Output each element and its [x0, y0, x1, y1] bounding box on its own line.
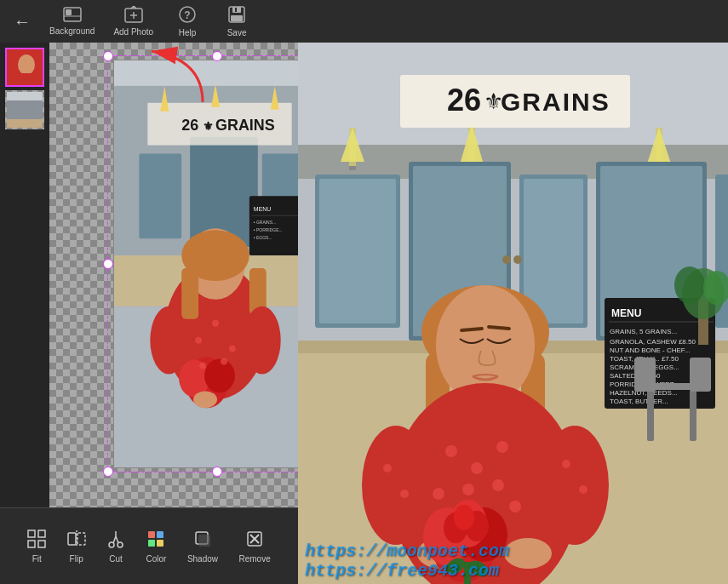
svg-rect-70	[157, 540, 163, 547]
flip-icon	[67, 530, 86, 551]
svg-point-100	[513, 255, 522, 264]
svg-rect-72	[198, 535, 210, 547]
add-photo-label: Add Photo	[113, 27, 153, 37]
fit-button[interactable]: Fit	[22, 526, 51, 567]
background-button[interactable]: Background	[43, 3, 101, 39]
svg-point-122	[674, 266, 705, 304]
svg-point-135	[462, 484, 474, 495]
svg-point-136	[492, 479, 504, 491]
svg-rect-11	[235, 8, 237, 12]
canvas-area[interactable]: 26 ⚜ GRAINS	[49, 43, 298, 584]
svg-text:GRANOLA, CASHEW £8.50: GRANOLA, CASHEW £8.50	[610, 338, 696, 346]
svg-point-39	[229, 346, 236, 352]
add-photo-button[interactable]: Add Photo	[106, 3, 160, 40]
color-button[interactable]: Color	[141, 526, 172, 567]
svg-rect-15	[7, 92, 44, 100]
svg-point-132	[445, 445, 457, 457]
svg-text:26: 26	[181, 117, 198, 134]
back-arrow-icon: ←	[14, 12, 31, 31]
svg-point-143	[383, 464, 392, 472]
background-label: Background	[49, 26, 95, 36]
svg-text:• GRAINS...: • GRAINS...	[254, 220, 276, 225]
svg-point-134	[496, 441, 508, 453]
svg-line-65	[116, 536, 118, 543]
handle-top-middle[interactable]	[212, 51, 222, 61]
handle-left-middle[interactable]	[103, 259, 113, 269]
svg-rect-16	[7, 100, 44, 119]
original-photo-panel: 26 ⚜ GRAINS MENU GRAINS, 5 GRAI	[298, 43, 728, 584]
svg-text:• EGGS...: • EGGS...	[254, 236, 272, 240]
svg-text:NUT AND BONE - CHEF...: NUT AND BONE - CHEF...	[610, 346, 691, 354]
top-toolbar: ← Background Add Photo ?	[0, 0, 728, 43]
save-label: Save	[227, 28, 247, 37]
svg-rect-81	[349, 166, 356, 170]
layers-panel	[0, 43, 49, 507]
svg-rect-116	[647, 390, 654, 441]
svg-point-137	[433, 488, 444, 500]
main-content: 26 ⚜ GRAINS	[0, 43, 728, 584]
canvas-photo[interactable]: 26 ⚜ GRAINS	[113, 60, 326, 468]
back-button[interactable]: ←	[7, 9, 37, 35]
svg-rect-60	[77, 533, 85, 545]
svg-point-42	[150, 306, 187, 375]
cut-label: Cut	[109, 554, 123, 564]
svg-point-141	[362, 426, 430, 545]
color-label: Color	[146, 554, 167, 564]
svg-point-37	[195, 337, 202, 344]
add-photo-icon	[124, 6, 143, 26]
svg-point-41	[221, 358, 227, 365]
handle-top-left[interactable]	[103, 51, 113, 61]
svg-point-43	[244, 306, 281, 375]
handle-bottom-left[interactable]	[103, 467, 113, 477]
svg-point-13	[18, 54, 35, 75]
color-icon	[146, 530, 165, 551]
svg-point-155	[454, 505, 474, 530]
svg-point-145	[562, 460, 570, 468]
svg-text:GRAINS: GRAINS	[501, 88, 610, 116]
shadow-label: Shadow	[187, 554, 218, 564]
svg-point-133	[471, 462, 483, 474]
shadow-button[interactable]: Shadow	[182, 526, 223, 567]
svg-rect-56	[38, 530, 45, 537]
cut-icon	[106, 530, 125, 551]
svg-rect-118	[634, 358, 656, 392]
fit-icon	[27, 530, 46, 551]
svg-rect-69	[148, 540, 155, 547]
svg-point-146	[579, 485, 588, 494]
remove-button[interactable]: Remove	[233, 526, 275, 567]
help-label: Help	[179, 28, 197, 37]
svg-point-138	[509, 501, 521, 512]
layer-thumb-1[interactable]	[5, 48, 44, 87]
save-icon	[227, 5, 246, 26]
svg-point-38	[212, 320, 219, 327]
svg-text:GRAINS, 5 GRAINS...: GRAINS, 5 GRAINS...	[610, 328, 677, 335]
svg-text:TOAST, BUTTER...: TOAST, BUTTER...	[610, 398, 668, 405]
svg-text:?: ?	[184, 9, 190, 21]
remove-label: Remove	[238, 554, 270, 564]
flip-button[interactable]: Flip	[62, 526, 91, 567]
cut-button[interactable]: Cut	[101, 526, 130, 567]
svg-point-144	[400, 490, 409, 498]
svg-text:MENU: MENU	[254, 206, 272, 212]
svg-point-40	[199, 363, 206, 369]
svg-point-99	[502, 255, 511, 264]
svg-text:MENU: MENU	[611, 307, 641, 319]
svg-rect-55	[28, 530, 35, 537]
svg-rect-67	[148, 531, 155, 538]
svg-rect-1	[66, 9, 72, 15]
svg-rect-117	[690, 390, 696, 441]
svg-rect-57	[28, 541, 35, 547]
shadow-icon	[193, 530, 212, 551]
original-photo-svg: 26 ⚜ GRAINS MENU GRAINS, 5 GRAI	[298, 43, 728, 584]
bottom-toolbar: Fit Flip	[0, 507, 298, 584]
svg-text:26: 26	[447, 83, 481, 117]
svg-rect-32	[181, 268, 198, 319]
help-button[interactable]: ? Help	[165, 2, 209, 41]
editor-panel: 26 ⚜ GRAINS	[0, 43, 298, 584]
handle-bottom-middle[interactable]	[212, 467, 222, 477]
help-icon: ?	[178, 5, 197, 26]
layer-thumb-2[interactable]	[5, 90, 44, 129]
save-button[interactable]: Save	[215, 2, 259, 41]
svg-point-36	[204, 359, 235, 393]
svg-rect-58	[38, 541, 45, 547]
